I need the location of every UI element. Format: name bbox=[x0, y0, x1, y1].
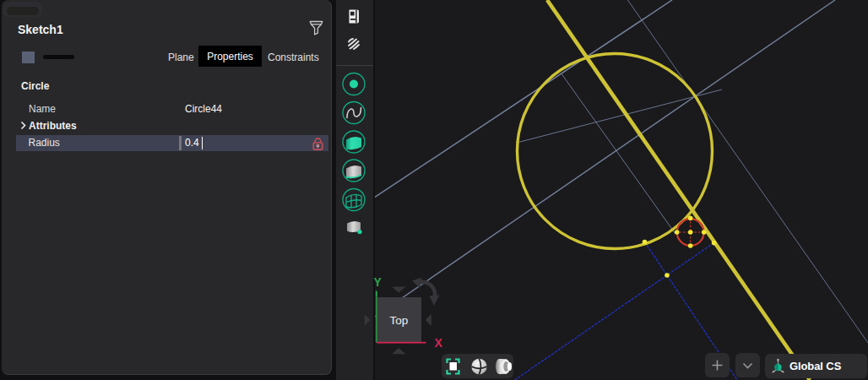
svg-text:X: X bbox=[435, 336, 443, 350]
svg-text:Top: Top bbox=[390, 314, 409, 327]
svg-text:Y: Y bbox=[374, 275, 382, 289]
